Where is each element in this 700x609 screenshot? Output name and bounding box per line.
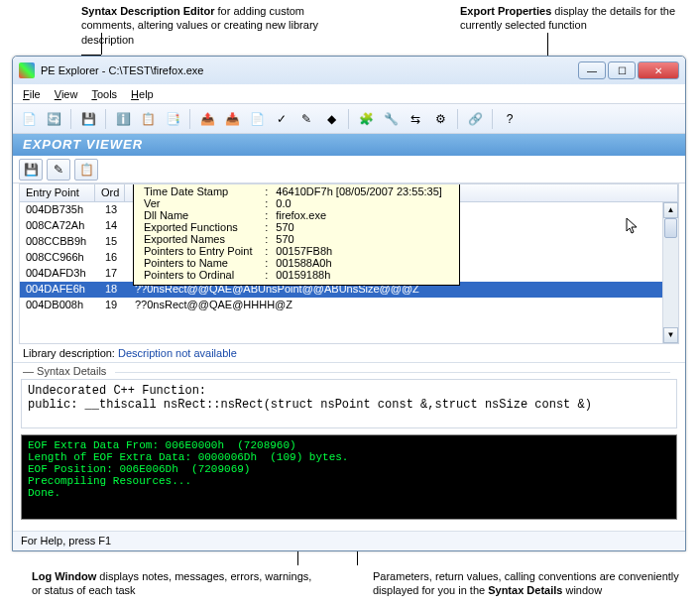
tooltip-value: 00159188h [272, 269, 453, 281]
tooltip-key: Dll Name [140, 209, 261, 221]
col-entry-point[interactable]: Entry Point [20, 184, 95, 201]
toolbar-save-icon[interactable]: 💾 [78, 109, 98, 129]
tooltip-value: 570 [272, 233, 453, 245]
tooltip-value: 0.0 [272, 197, 453, 209]
tooltip-value: 570 [272, 221, 453, 233]
subtoolbar-copy-icon[interactable]: 📋 [74, 159, 98, 181]
titlebar[interactable]: PE Explorer - C:\TEST\firefox.exe — ☐ ✕ [13, 57, 685, 84]
toolbar-help-icon[interactable]: ? [500, 109, 520, 129]
toolbar-list-icon[interactable]: 📋 [138, 109, 158, 129]
view-banner: EXPORT VIEWER [13, 134, 685, 156]
window-title: PE Explorer - C:\TEST\firefox.exe [41, 64, 578, 76]
annotation-syntax-editor: Syntax Description Editor for adding cus… [81, 4, 359, 47]
tooltip-key: Ver [140, 197, 261, 209]
annotation-export-props: Export Properties display the details fo… [460, 4, 688, 33]
export-properties-tooltip: Time Date Stamp:46410DF7h [08/05/2007 23… [133, 183, 460, 286]
tooltip-key: Pointers to Entry Point [140, 245, 261, 257]
toolbar-refresh-icon[interactable]: 🔄 [44, 109, 63, 129]
cell-entry-point: 004DB008h [20, 298, 99, 313]
tooltip-row: Pointers to Ordinal:00159188h [140, 269, 453, 281]
toolbar-export-icon[interactable]: 📤 [197, 109, 217, 129]
cell-entry-point: 004DB735h [20, 202, 99, 218]
toolbar-open-icon[interactable]: 📄 [19, 109, 39, 129]
toolbar-separator [70, 109, 71, 129]
log-line: EOF Position: 006E006Dh (7209069) [28, 463, 670, 475]
status-text: For Help, press F1 [21, 535, 111, 547]
toolbar-headers-icon[interactable]: 📑 [163, 109, 182, 129]
app-icon [19, 62, 35, 78]
table-row[interactable]: 004DB008h19??0nsRect@@QAE@HHHH@Z [20, 298, 678, 313]
cell-ord: 18 [99, 282, 129, 298]
subtoolbar-edit-icon[interactable]: ✎ [47, 159, 70, 181]
menu-view[interactable]: View [55, 88, 78, 100]
scroll-thumb[interactable] [664, 218, 677, 238]
syntax-details-box: Undecorated C++ Function: public: __this… [21, 379, 677, 428]
vertical-scrollbar[interactable]: ▲ ▼ [662, 202, 678, 343]
menu-help[interactable]: Help [131, 88, 154, 100]
export-table: Entry Point Ord 004DB735h13008CA72Ah1400… [19, 183, 679, 344]
menu-file[interactable]: File [23, 88, 41, 100]
cell-ord: 17 [99, 266, 129, 282]
cell-ord: 13 [99, 202, 129, 218]
syntax-line: Undecorated C++ Function: [28, 384, 670, 398]
toolbar-dep-icon[interactable]: 🔗 [465, 109, 485, 129]
toolbar-info-icon[interactable]: ℹ️ [113, 109, 133, 129]
toolbar-separator [348, 109, 349, 129]
libdesc-label: Library description: [23, 347, 115, 359]
toolbar-import-icon[interactable]: 📄 [247, 109, 267, 129]
toolbar-compare-icon[interactable]: ⇆ [406, 109, 425, 129]
cell-entry-point: 008CCBB9h [20, 234, 99, 250]
syntax-details-label: — Syntax Details [13, 362, 685, 379]
cell-entry-point: 004DAFD3h [20, 266, 99, 282]
tooltip-row: Exported Functions:570 [140, 221, 453, 233]
col-ord[interactable]: Ord [95, 184, 125, 201]
tooltip-row: Exported Names:570 [140, 233, 453, 245]
tooltip-row: Time Date Stamp:46410DF7h [08/05/2007 23… [140, 185, 453, 197]
toolbar-exportsel-icon[interactable]: 📥 [222, 109, 242, 129]
toolbar-check-icon[interactable]: ✓ [272, 109, 292, 129]
toolbar-edit-icon[interactable]: ✎ [296, 109, 316, 129]
scroll-up-icon[interactable]: ▲ [663, 202, 678, 218]
toolbar: 📄 🔄 💾 ℹ️ 📋 📑 📤 📥 📄 ✓ ✎ ◆ 🧩 🔧 ⇆ ⚙ 🔗 ? [13, 104, 685, 134]
log-line: Done. [28, 487, 670, 499]
toolbar-separator [457, 109, 458, 129]
log-line: EOF Extra Data From: 006E0000h (7208960) [28, 439, 670, 451]
cell-name: ??0nsRect@@QAE@HHHH@Z [129, 298, 678, 313]
scroll-down-icon[interactable]: ▼ [663, 327, 678, 343]
close-button[interactable]: ✕ [638, 61, 679, 79]
cell-entry-point: 004DAFE6h [20, 282, 99, 298]
toolbar-separator [189, 109, 190, 129]
toolbar-plugin-icon[interactable]: ◆ [321, 109, 341, 129]
toolbar-separator [492, 109, 493, 129]
tooltip-value: firefox.exe [272, 209, 453, 221]
tooltip-value: 00157FB8h [272, 245, 453, 257]
cell-ord: 19 [99, 298, 129, 313]
menu-tools[interactable]: Tools [91, 88, 117, 100]
cell-ord: 14 [99, 218, 129, 234]
app-window: PE Explorer - C:\TEST\firefox.exe — ☐ ✕ … [12, 56, 686, 551]
annotation-line [101, 33, 102, 55]
annotation-log: Log Window displays notes, messages, err… [32, 569, 319, 598]
menubar: File View Tools Help [13, 84, 685, 104]
toolbar-res-icon[interactable]: 🧩 [356, 109, 376, 129]
cell-ord: 15 [99, 234, 129, 250]
subtoolbar: 💾 ✎ 📋 [13, 156, 685, 183]
tooltip-row: Pointers to Name:001588A0h [140, 257, 453, 269]
toolbar-ax-icon[interactable]: 🔧 [381, 109, 401, 129]
minimize-button[interactable]: — [578, 61, 606, 79]
library-description: Library description: Description not ava… [13, 344, 685, 362]
libdesc-value: Description not available [118, 347, 237, 359]
annotation-syntax-details: Parameters, return values, calling conve… [373, 569, 690, 598]
log-window: EOF Extra Data From: 006E0000h (7208960)… [21, 434, 677, 520]
tooltip-key: Time Date Stamp [140, 185, 261, 197]
tooltip-row: Pointers to Entry Point:00157FB8h [140, 245, 453, 257]
syntax-line: public: __thiscall nsRect::nsRect(struct… [28, 398, 670, 412]
tooltip-row: Ver:0.0 [140, 197, 453, 209]
maximize-button[interactable]: ☐ [608, 61, 636, 79]
subtoolbar-save-icon[interactable]: 💾 [19, 159, 43, 181]
toolbar-separator [105, 109, 106, 129]
tooltip-key: Exported Functions [140, 221, 261, 233]
toolbar-tools-icon[interactable]: ⚙ [430, 109, 450, 129]
statusbar: For Help, press F1 [13, 531, 685, 550]
tooltip-key: Exported Names [140, 233, 261, 245]
